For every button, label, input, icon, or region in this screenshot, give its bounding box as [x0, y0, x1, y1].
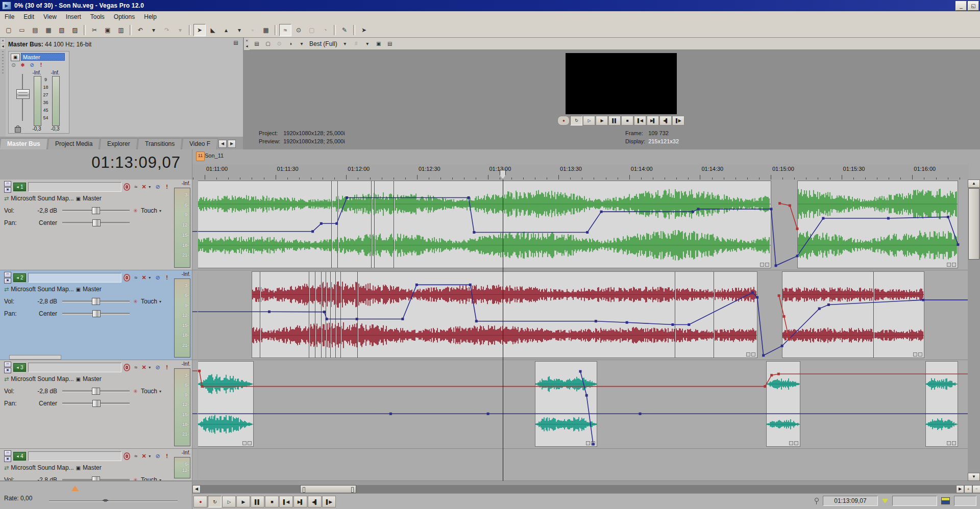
preview-go-to-start-button[interactable]: ▌◀: [634, 116, 646, 125]
record-button[interactable]: ●: [193, 496, 207, 507]
cursor-time-box[interactable]: 01:13:09,07: [823, 496, 878, 506]
title-bar[interactable]: ▶ 0% (30 of 30) - Son Nu.veg - Vegas Pro…: [0, 0, 980, 11]
play-from-start-button[interactable]: ▷: [222, 496, 236, 507]
save-snapshot-button[interactable]: ▤: [385, 39, 395, 49]
vol-slider[interactable]: [62, 300, 130, 302]
zoom-out-button[interactable]: －: [972, 485, 980, 493]
horizontal-scroll-thumb[interactable]: [300, 485, 356, 493]
scroll-right-icon[interactable]: ▶: [956, 485, 964, 493]
mute-button[interactable]: ✕: [141, 453, 146, 460]
minimize-track-icon[interactable]: ▭: [4, 181, 11, 187]
event-fx-icon[interactable]: [586, 441, 595, 445]
event-fx-icon[interactable]: [913, 352, 922, 357]
track-lane-4[interactable]: [192, 449, 968, 481]
track-device-label[interactable]: Microsoft Sound Map...: [11, 375, 74, 383]
restore-track-icon[interactable]: ▣: [4, 187, 11, 193]
automation-mode-label[interactable]: Touch: [141, 207, 157, 214]
pan-value[interactable]: Center: [23, 400, 60, 407]
panel-drag-handle[interactable]: [2, 51, 4, 74]
menu-tools[interactable]: Tools: [86, 12, 109, 22]
track-name-input[interactable]: [28, 182, 121, 192]
vol-value[interactable]: -2,8 dB: [23, 207, 60, 214]
interactive-tutorials-button[interactable]: ✎: [338, 24, 351, 36]
bus-assign-icon[interactable]: ▣: [76, 196, 81, 201]
automation-gear-icon[interactable]: ✳: [132, 477, 139, 481]
event-split[interactable]: [260, 272, 260, 358]
pan-slider[interactable]: [62, 402, 130, 404]
envelope-edit-tool-button[interactable]: ◣: [207, 24, 219, 36]
undo-history-dropdown[interactable]: ▾: [148, 24, 160, 36]
automation-gear-icon[interactable]: ✳: [132, 388, 139, 395]
minimize-button[interactable]: _: [955, 1, 967, 11]
bus-name-input[interactable]: [21, 53, 65, 61]
menu-help[interactable]: Help: [139, 12, 161, 22]
track-header-3[interactable]: ▭▣◄3≈✕▾⊘!⇄Microsoft Sound Map...▣MasterV…: [0, 360, 192, 449]
track-header-1[interactable]: ▭▣◄1≈✕▾⊘!⇄Microsoft Sound Map...▣MasterV…: [0, 180, 192, 270]
timecode-display[interactable]: 01:13:09,07: [91, 154, 181, 172]
tab-master-bus[interactable]: Master Bus: [0, 138, 48, 149]
open-in-trimmer-button[interactable]: ▨: [69, 24, 81, 36]
panel-menu-button[interactable]: ▤: [252, 39, 262, 49]
track-name-input[interactable]: [28, 273, 121, 283]
event-split[interactable]: [340, 272, 341, 358]
selection-start-box[interactable]: [892, 496, 937, 506]
zoom-tool-button[interactable]: ◔: [319, 24, 331, 36]
preview-quality-dropdown[interactable]: ▾: [340, 39, 350, 49]
bus-fx-icon[interactable]: ⊙: [10, 62, 17, 68]
preview-close-icon[interactable]: ×: [244, 38, 249, 43]
mute-button[interactable]: ✕: [141, 274, 146, 281]
paste-button[interactable]: ▥: [115, 24, 127, 36]
automation-mode-label[interactable]: Touch: [141, 298, 157, 305]
tab-transitions[interactable]: Transitions: [137, 138, 183, 149]
vol-slider[interactable]: [62, 210, 130, 212]
rate-slider[interactable]: ◂◂▸▸: [49, 500, 178, 502]
event-split[interactable]: [873, 272, 874, 358]
track-header-2[interactable]: ▭▣◄2≈✕▾⊘!⇄Microsoft Sound Map...▣MasterV…: [0, 270, 192, 360]
menu-file[interactable]: File: [0, 12, 19, 22]
minimize-track-icon[interactable]: ▭: [4, 272, 11, 277]
routing-icon[interactable]: ⇄: [4, 465, 9, 471]
audio-event[interactable]: [797, 181, 958, 268]
loop-playback-button[interactable]: ↻: [208, 496, 222, 507]
panel-dock-icon[interactable]: ◂: [1, 44, 5, 49]
automation-settings-dropdown[interactable]: ▾: [233, 24, 246, 36]
new-project-button[interactable]: ▢: [3, 24, 15, 36]
pan-value[interactable]: Center: [23, 310, 60, 317]
event-split[interactable]: [675, 272, 675, 358]
restore-track-icon[interactable]: ▣: [4, 278, 11, 284]
pan-slider[interactable]: [62, 222, 130, 224]
vol-value[interactable]: -2,8 dB: [23, 298, 60, 305]
event-split[interactable]: [321, 272, 322, 358]
audio-event[interactable]: [252, 271, 757, 358]
video-output-fx-button[interactable]: ⊙: [274, 39, 284, 49]
event-fx-icon[interactable]: [760, 263, 769, 267]
restore-button[interactable]: ◱: [968, 1, 979, 11]
routing-icon[interactable]: ⇄: [4, 195, 9, 202]
vertical-scrollbar[interactable]: ▲ ▼: [968, 180, 980, 481]
invert-phase-button[interactable]: !: [163, 184, 170, 190]
marquee-select-button[interactable]: ▢: [306, 24, 318, 36]
routing-icon[interactable]: ⇄: [4, 376, 9, 383]
pan-slider-thumb[interactable]: [92, 310, 101, 317]
vol-slider-thumb[interactable]: [92, 298, 100, 305]
mute-dropdown-icon[interactable]: ▾: [149, 185, 152, 189]
panel-edge-handle[interactable]: × ◂: [0, 38, 6, 137]
track-envelope-button[interactable]: ≈: [132, 453, 139, 459]
event-split[interactable]: [394, 181, 394, 268]
tab-explorer[interactable]: Explorer: [100, 138, 138, 149]
pan-slider-thumb[interactable]: [92, 400, 101, 407]
menu-insert[interactable]: Insert: [61, 12, 86, 22]
solo-button[interactable]: ⊘: [154, 184, 161, 190]
invert-phase-button[interactable]: !: [163, 274, 170, 281]
vol-slider-thumb[interactable]: [92, 388, 100, 395]
solo-button[interactable]: ⊘: [154, 453, 161, 460]
automation-settings-button[interactable]: ▴: [220, 24, 232, 36]
split-screen-view-button[interactable]: ◑: [285, 39, 296, 49]
preview-loop-playback-button[interactable]: ↻: [570, 116, 582, 125]
event-split[interactable]: [337, 181, 338, 268]
mute-dropdown-icon[interactable]: ▾: [149, 275, 152, 280]
track-lane-2[interactable]: [192, 270, 968, 360]
event-split[interactable]: [315, 272, 315, 358]
restore-track-icon[interactable]: ▣: [4, 456, 11, 462]
scroll-down-icon[interactable]: ▼: [968, 473, 980, 481]
